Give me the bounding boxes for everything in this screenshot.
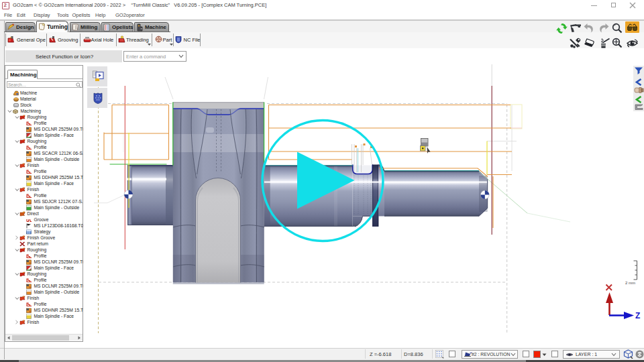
- svg-text:2 mm: 2 mm: [625, 281, 635, 285]
- svg-text:Z: Z: [635, 311, 640, 320]
